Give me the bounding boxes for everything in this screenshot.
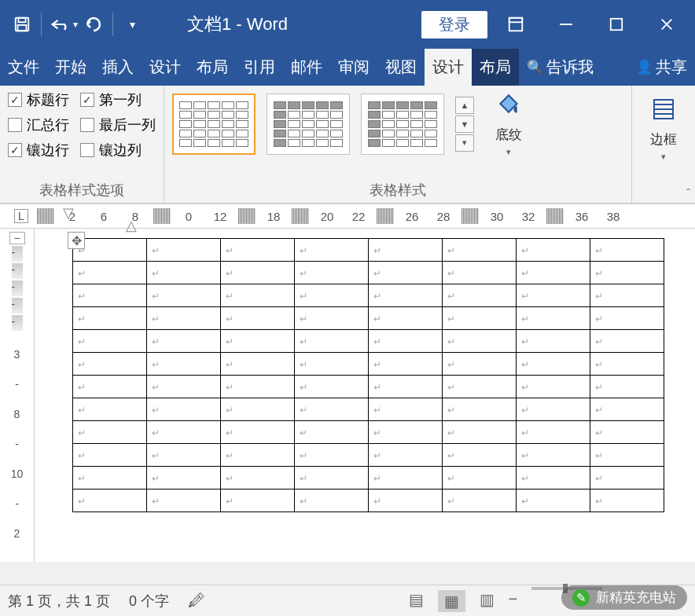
table-style-1[interactable] bbox=[172, 94, 256, 155]
table-cell[interactable]: ↵ bbox=[517, 239, 590, 262]
table-cell[interactable]: ↵ bbox=[147, 376, 221, 398]
tab-table-design[interactable]: 设计 bbox=[425, 49, 472, 86]
table-cell[interactable]: ↵ bbox=[443, 376, 517, 398]
table-cell[interactable]: ↵ bbox=[221, 353, 295, 376]
table-cell[interactable]: ↵ bbox=[369, 262, 443, 284]
table-cell[interactable]: ↵ bbox=[517, 421, 590, 444]
table-cell[interactable]: ↵ bbox=[221, 467, 295, 490]
table-cell[interactable]: ↵ bbox=[147, 284, 221, 307]
tab-layout[interactable]: 布局 bbox=[189, 49, 236, 86]
redo-icon[interactable] bbox=[78, 9, 109, 40]
table-row[interactable]: ↵↵↵↵↵↵↵↵ bbox=[73, 239, 664, 262]
read-mode-icon[interactable]: ▤ bbox=[409, 590, 424, 612]
ribbon-options-icon[interactable] bbox=[494, 9, 538, 40]
table-cell[interactable]: ↵ bbox=[443, 421, 517, 444]
horizontal-ruler[interactable]: L ▽ △ 2 6 8 0 12 18 20 22 26 28 30 32 36… bbox=[0, 204, 695, 229]
table-cell[interactable]: ↵ bbox=[221, 307, 295, 330]
table-row[interactable]: ↵↵↵↵↵↵↵↵ bbox=[73, 307, 664, 330]
table-cell[interactable]: ↵ bbox=[295, 398, 369, 421]
table-cell[interactable]: ↵ bbox=[517, 467, 590, 490]
zoom-out-icon[interactable]: − bbox=[509, 590, 518, 612]
tab-table-layout[interactable]: 布局 bbox=[472, 49, 519, 86]
table-cell[interactable]: ↵ bbox=[73, 262, 147, 284]
table-cell[interactable]: ↵ bbox=[369, 330, 443, 353]
table-cell[interactable]: ↵ bbox=[73, 353, 147, 376]
table-cell[interactable]: ↵ bbox=[295, 262, 369, 284]
table-cell[interactable]: ↵ bbox=[147, 330, 221, 353]
table-cell[interactable]: ↵ bbox=[295, 376, 369, 398]
table-cell[interactable]: ↵ bbox=[517, 330, 590, 353]
table-cell[interactable]: ↵ bbox=[221, 284, 295, 307]
table-row[interactable]: ↵↵↵↵↵↵↵↵ bbox=[73, 490, 664, 512]
table-cell[interactable]: ↵ bbox=[443, 467, 517, 490]
table-cell[interactable]: ↵ bbox=[369, 239, 443, 262]
table-cell[interactable]: ↵ bbox=[147, 239, 221, 262]
table-cell[interactable]: ↵ bbox=[147, 398, 221, 421]
check-total-row[interactable]: 汇总行 bbox=[8, 116, 69, 134]
login-button[interactable]: 登录 bbox=[421, 11, 487, 38]
table-cell[interactable]: ↵ bbox=[221, 421, 295, 444]
table-cell[interactable]: ↵ bbox=[295, 330, 369, 353]
table-cell[interactable]: ↵ bbox=[590, 284, 664, 307]
table-cell[interactable]: ↵ bbox=[73, 330, 147, 353]
table-cell[interactable]: ↵ bbox=[443, 330, 517, 353]
table-row[interactable]: ↵↵↵↵↵↵↵↵ bbox=[73, 421, 664, 444]
lang-icon[interactable]: 🖉 bbox=[188, 591, 205, 611]
table-cell[interactable]: ↵ bbox=[369, 490, 443, 512]
table-cell[interactable]: ↵ bbox=[517, 353, 590, 376]
table-cell[interactable]: ↵ bbox=[517, 398, 590, 421]
table-cell[interactable]: ↵ bbox=[295, 421, 369, 444]
check-banded-col[interactable]: 镶边列 bbox=[80, 141, 156, 160]
table-cell[interactable]: ↵ bbox=[443, 307, 517, 330]
tab-references[interactable]: 引用 bbox=[236, 49, 283, 86]
table-cell[interactable]: ↵ bbox=[295, 284, 369, 307]
table-cell[interactable]: ↵ bbox=[73, 444, 147, 467]
table-cell[interactable]: ↵ bbox=[443, 490, 517, 512]
table-cell[interactable]: ↵ bbox=[517, 444, 590, 467]
table-cell[interactable]: ↵ bbox=[590, 307, 664, 330]
table-cell[interactable]: ↵ bbox=[517, 284, 590, 307]
table-cell[interactable]: ↵ bbox=[147, 353, 221, 376]
table-style-3[interactable] bbox=[361, 94, 444, 155]
table-cell[interactable]: ↵ bbox=[590, 239, 664, 262]
table-cell[interactable]: ↵ bbox=[221, 444, 295, 467]
tab-review[interactable]: 审阅 bbox=[330, 49, 377, 86]
undo-icon[interactable] bbox=[45, 9, 76, 40]
table-cell[interactable]: ↵ bbox=[590, 490, 664, 512]
table-style-2[interactable] bbox=[267, 94, 350, 155]
table-cell[interactable]: ↵ bbox=[369, 284, 443, 307]
word-table[interactable]: ↵↵↵↵↵↵↵↵↵↵↵↵↵↵↵↵↵↵↵↵↵↵↵↵↵↵↵↵↵↵↵↵↵↵↵↵↵↵↵↵… bbox=[72, 238, 664, 512]
table-cell[interactable]: ↵ bbox=[295, 467, 369, 490]
table-cell[interactable]: ↵ bbox=[221, 262, 295, 284]
tell-me[interactable]: 🔍告诉我 bbox=[519, 49, 601, 86]
table-cell[interactable]: ↵ bbox=[590, 467, 664, 490]
check-banded-row[interactable]: ✓镶边行 bbox=[8, 141, 69, 160]
table-move-handle[interactable]: ✥ bbox=[68, 232, 85, 249]
table-cell[interactable]: ↵ bbox=[221, 239, 295, 262]
table-cell[interactable]: ↵ bbox=[369, 376, 443, 398]
borders-button[interactable]: 边框 ▾ bbox=[640, 97, 687, 162]
table-cell[interactable]: ↵ bbox=[73, 307, 147, 330]
table-cell[interactable]: ↵ bbox=[73, 490, 147, 512]
table-cell[interactable]: ↵ bbox=[590, 444, 664, 467]
tab-mail[interactable]: 邮件 bbox=[283, 49, 330, 86]
table-cell[interactable]: ↵ bbox=[221, 376, 295, 398]
tab-view[interactable]: 视图 bbox=[377, 49, 425, 86]
table-cell[interactable]: ↵ bbox=[443, 284, 517, 307]
table-cell[interactable]: ↵ bbox=[443, 444, 517, 467]
table-cell[interactable]: ↵ bbox=[73, 398, 147, 421]
table-cell[interactable]: ↵ bbox=[369, 421, 443, 444]
table-cell[interactable]: ↵ bbox=[147, 307, 221, 330]
tab-insert[interactable]: 插入 bbox=[94, 49, 142, 86]
table-cell[interactable]: ↵ bbox=[369, 307, 443, 330]
table-cell[interactable]: ↵ bbox=[590, 330, 664, 353]
check-header-row[interactable]: ✓标题行 bbox=[8, 90, 69, 109]
table-cell[interactable]: ↵ bbox=[221, 330, 295, 353]
table-row[interactable]: ↵↵↵↵↵↵↵↵ bbox=[73, 284, 664, 307]
table-cell[interactable]: ↵ bbox=[147, 490, 221, 512]
table-cell[interactable]: ↵ bbox=[73, 467, 147, 490]
tab-home[interactable]: 开始 bbox=[47, 49, 94, 86]
table-cell[interactable]: ↵ bbox=[73, 421, 147, 444]
maximize-icon[interactable] bbox=[594, 9, 638, 40]
table-cell[interactable]: ↵ bbox=[443, 398, 517, 421]
